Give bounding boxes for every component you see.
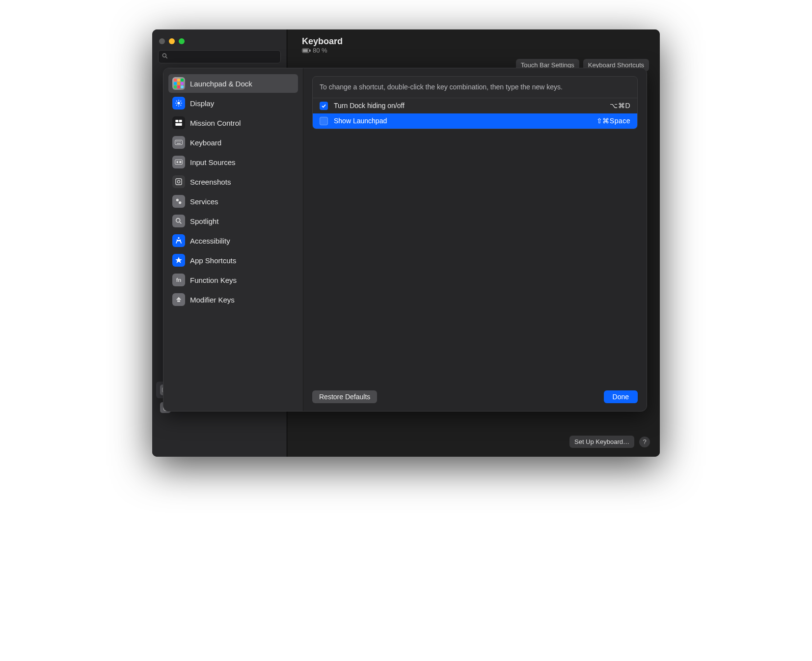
category-label: Keyboard — [190, 138, 221, 147]
app-shortcuts-icon — [172, 254, 185, 267]
svg-rect-28 — [179, 141, 179, 141]
setup-keyboard-button[interactable]: Set Up Keyboard… — [569, 436, 634, 448]
shortcut-keys[interactable]: ⌥⌘D — [610, 102, 630, 110]
svg-rect-27 — [177, 141, 178, 141]
shortcuts-description: To change a shortcut, double-click the k… — [313, 77, 637, 98]
category-mission-control[interactable]: Mission Control — [168, 113, 298, 132]
svg-point-13 — [177, 102, 180, 104]
bg-header: Keyboard 80 % — [287, 29, 660, 59]
svg-rect-11 — [310, 50, 311, 51]
category-sidebar: Launchpad & Dock Display Mission Control… — [163, 68, 303, 411]
category-label: Display — [190, 99, 214, 108]
svg-point-36 — [176, 199, 179, 201]
close-window-button[interactable] — [159, 38, 165, 44]
shortcuts-sheet: Launchpad & Dock Display Mission Control… — [163, 68, 647, 412]
category-label: App Shortcuts — [190, 256, 236, 265]
svg-point-40 — [178, 237, 179, 239]
category-label: Input Sources — [190, 158, 236, 166]
accessibility-icon — [172, 234, 185, 247]
category-label: Accessibility — [190, 237, 230, 245]
svg-rect-34 — [176, 179, 182, 185]
search-input[interactable] — [158, 50, 281, 63]
svg-rect-24 — [175, 123, 182, 126]
restore-defaults-button[interactable]: Restore Defaults — [312, 390, 377, 403]
mission-control-icon — [172, 116, 185, 129]
bg-footer: Set Up Keyboard… ? — [287, 436, 660, 457]
system-settings-window: Keyboard Mouse Keyboard 80 % Touch Bar S… — [152, 29, 660, 457]
sheet-main: To change a shortcut, double-click the k… — [303, 68, 647, 411]
category-spotlight[interactable]: Spotlight — [168, 212, 298, 230]
category-screenshots[interactable]: Screenshots — [168, 172, 298, 191]
search-container — [158, 50, 281, 63]
shortcuts-panel: To change a shortcut, double-click the k… — [312, 76, 638, 129]
category-accessibility[interactable]: Accessibility — [168, 231, 298, 250]
services-icon — [172, 195, 185, 208]
svg-line-39 — [180, 222, 181, 223]
shortcut-row-dock-hiding[interactable]: Turn Dock hiding on/off ⌥⌘D — [313, 98, 637, 113]
category-app-shortcuts[interactable]: App Shortcuts — [168, 251, 298, 270]
category-label: Function Keys — [190, 276, 237, 284]
shortcut-label: Turn Dock hiding on/off — [334, 102, 604, 110]
input-sources-icon — [172, 156, 185, 168]
zoom-window-button[interactable] — [179, 38, 185, 44]
window-controls — [152, 34, 287, 49]
battery-icon — [302, 48, 311, 53]
svg-rect-12 — [303, 49, 308, 52]
category-input-sources[interactable]: Input Sources — [168, 153, 298, 171]
function-keys-icon: fn — [172, 274, 185, 286]
checkbox-dock-hiding[interactable] — [320, 102, 328, 110]
category-services[interactable]: Services — [168, 192, 298, 211]
shortcut-label: Show Launchpad — [334, 117, 591, 125]
svg-point-37 — [179, 201, 181, 204]
done-button[interactable]: Done — [604, 390, 638, 403]
category-label: Screenshots — [190, 178, 231, 186]
page-title: Keyboard — [302, 36, 652, 47]
svg-rect-23 — [179, 120, 182, 122]
svg-line-1 — [166, 57, 167, 58]
search-icon — [162, 53, 168, 61]
modifier-keys-icon — [172, 293, 185, 306]
screenshots-icon — [172, 175, 185, 188]
svg-point-0 — [162, 54, 166, 57]
category-function-keys[interactable]: fn Function Keys — [168, 271, 298, 289]
category-keyboard[interactable]: Keyboard — [168, 133, 298, 152]
keyboard-icon — [172, 136, 185, 149]
svg-line-20 — [176, 105, 177, 106]
category-label: Services — [190, 197, 218, 206]
help-button[interactable]: ? — [639, 437, 650, 447]
spotlight-icon — [172, 215, 185, 227]
category-label: Launchpad & Dock — [190, 80, 252, 88]
battery-status: 80 % — [302, 47, 652, 54]
svg-line-21 — [181, 101, 181, 101]
sheet-button-row: Restore Defaults Done — [312, 384, 638, 403]
shortcut-keys[interactable]: ⇧⌘Space — [596, 117, 630, 125]
minimize-window-button[interactable] — [169, 38, 175, 44]
category-label: Mission Control — [190, 119, 241, 127]
svg-rect-33 — [179, 161, 181, 163]
category-modifier-keys[interactable]: Modifier Keys — [168, 290, 298, 309]
svg-rect-30 — [177, 143, 181, 143]
launchpad-icon — [172, 77, 185, 90]
category-display[interactable]: Display — [168, 94, 298, 112]
svg-rect-29 — [180, 141, 181, 141]
svg-rect-22 — [175, 120, 178, 122]
svg-point-38 — [176, 219, 180, 222]
display-icon — [172, 97, 185, 110]
checkbox-show-launchpad[interactable] — [320, 117, 328, 125]
svg-point-32 — [176, 161, 178, 163]
category-label: Modifier Keys — [190, 296, 235, 304]
svg-line-19 — [181, 105, 181, 106]
shortcut-row-show-launchpad[interactable]: Show Launchpad ⇧⌘Space — [313, 113, 637, 129]
battery-text: 80 % — [313, 47, 327, 54]
svg-point-35 — [177, 180, 180, 183]
svg-rect-41 — [177, 301, 180, 302]
svg-rect-25 — [175, 140, 183, 144]
category-label: Spotlight — [190, 217, 218, 225]
category-launchpad-dock[interactable]: Launchpad & Dock — [168, 74, 298, 93]
svg-line-18 — [176, 101, 177, 101]
svg-rect-26 — [176, 141, 177, 141]
